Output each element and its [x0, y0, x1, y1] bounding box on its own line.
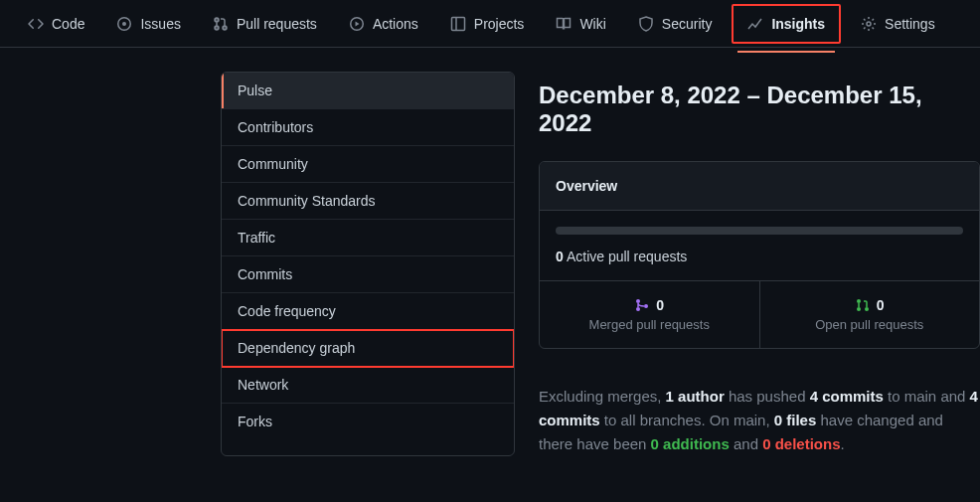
- sidebar-item-traffic[interactable]: Traffic: [222, 220, 514, 256]
- repo-nav: Code Issues Pull requests Actions Projec…: [0, 0, 980, 48]
- sidebar-item-dependency-graph[interactable]: Dependency graph: [222, 330, 514, 367]
- activity-bar: [556, 227, 963, 235]
- active-pr-count: 0: [556, 249, 564, 264]
- highlight-insights: Insights: [732, 4, 841, 44]
- overview-title: Overview: [540, 162, 979, 211]
- tab-actions[interactable]: Actions: [337, 8, 430, 40]
- pr-icon: [213, 16, 229, 32]
- open-label: Open pull requests: [776, 317, 964, 332]
- open-count: 0: [877, 297, 885, 313]
- tab-label: Settings: [885, 16, 935, 32]
- sidebar-item-community-standards[interactable]: Community Standards: [222, 183, 514, 220]
- tab-wiki[interactable]: Wiki: [544, 8, 617, 40]
- shield-icon: [638, 16, 654, 32]
- svg-point-0: [122, 22, 126, 26]
- tab-label: Projects: [474, 16, 525, 32]
- svg-rect-1: [451, 17, 464, 30]
- sidebar-item-forks[interactable]: Forks: [222, 404, 514, 439]
- svg-point-8: [865, 307, 869, 311]
- active-pr-label: Active pull requests: [567, 249, 687, 264]
- insights-sidebar: Pulse Contributors Community Community S…: [221, 72, 515, 456]
- tab-label: Code: [52, 16, 84, 32]
- main-content: December 8, 2022 – December 15, 2022 Ove…: [515, 72, 980, 456]
- open-pr-stat[interactable]: 0 Open pull requests: [760, 281, 980, 348]
- merged-label: Merged pull requests: [556, 317, 743, 332]
- tab-label: Security: [662, 16, 713, 32]
- sidebar-item-contributors[interactable]: Contributors: [222, 109, 514, 146]
- gear-icon: [861, 16, 877, 32]
- merge-icon: [634, 297, 650, 313]
- tab-code[interactable]: Code: [16, 8, 96, 40]
- svg-point-6: [857, 299, 861, 303]
- graph-icon: [747, 16, 763, 32]
- open-pr-icon: [855, 297, 871, 313]
- merged-pr-stat[interactable]: 0 Merged pull requests: [540, 281, 760, 348]
- date-range-heading: December 8, 2022 – December 15, 2022: [539, 82, 980, 137]
- sidebar-item-pulse[interactable]: Pulse: [222, 73, 514, 109]
- sidebar-item-community[interactable]: Community: [222, 146, 514, 183]
- tab-label: Issues: [140, 16, 180, 32]
- code-icon: [28, 16, 44, 32]
- tab-label: Insights: [771, 16, 825, 32]
- tab-projects[interactable]: Projects: [438, 8, 537, 40]
- tab-label: Pull requests: [237, 16, 317, 32]
- tab-label: Actions: [373, 16, 418, 32]
- tab-insights[interactable]: Insights: [735, 8, 837, 40]
- book-icon: [556, 16, 572, 32]
- tab-pull-requests[interactable]: Pull requests: [201, 8, 329, 40]
- issue-icon: [116, 16, 132, 32]
- project-icon: [450, 16, 466, 32]
- svg-point-5: [644, 304, 648, 308]
- tab-settings[interactable]: Settings: [849, 8, 947, 40]
- merged-count: 0: [656, 297, 664, 313]
- overview-card: Overview 0 Active pull requests 0 Merged…: [539, 161, 980, 349]
- svg-point-3: [636, 299, 640, 303]
- svg-point-4: [636, 307, 640, 311]
- sidebar-item-commits[interactable]: Commits: [222, 256, 514, 293]
- sidebar-item-network[interactable]: Network: [222, 367, 514, 404]
- play-icon: [349, 16, 365, 32]
- svg-point-2: [867, 22, 871, 26]
- active-pr-summary: 0 Active pull requests: [540, 243, 979, 281]
- tab-label: Wiki: [579, 16, 605, 32]
- pulse-summary: Excluding merges, 1 author has pushed 4 …: [539, 385, 980, 456]
- tab-issues[interactable]: Issues: [104, 8, 192, 40]
- svg-point-7: [857, 307, 861, 311]
- activity-bar-row: [540, 211, 979, 243]
- sidebar-item-code-frequency[interactable]: Code frequency: [222, 293, 514, 330]
- pr-stats-row: 0 Merged pull requests 0 Open pull reque…: [540, 281, 979, 348]
- tab-security[interactable]: Security: [626, 8, 725, 40]
